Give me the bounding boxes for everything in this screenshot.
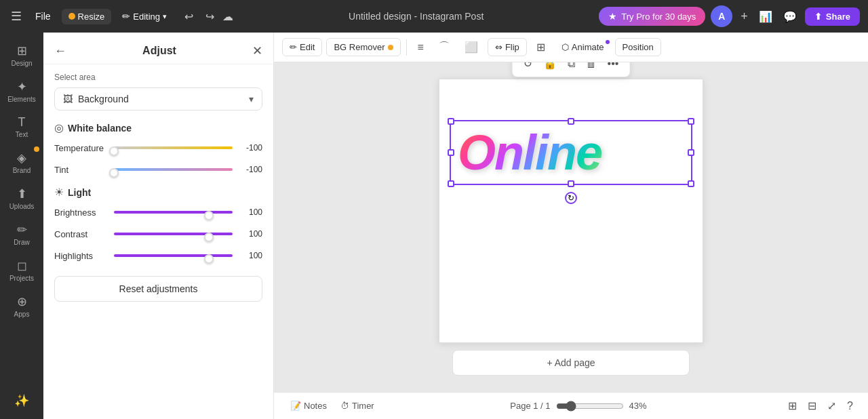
timer-button[interactable]: ⏱ Timer xyxy=(335,398,380,414)
sidebar-item-uploads[interactable]: ⬆ Uploads xyxy=(3,181,41,216)
share-label: Share xyxy=(826,12,850,22)
bottom-bar: 📝 Notes ⏱ Timer Page 1 / 1 43% ⊞ ⊟ xyxy=(274,392,868,419)
editing-button[interactable]: ✏ Editing ▾ xyxy=(117,8,172,24)
file-button[interactable]: File xyxy=(30,8,56,24)
position-button[interactable]: Position xyxy=(615,38,661,56)
edit-button[interactable]: ✏ Edit xyxy=(282,38,322,56)
checkerboard-icon[interactable]: ⊞ xyxy=(531,37,551,57)
text-element-selected[interactable]: ↻ Online xyxy=(450,120,692,185)
animate-button[interactable]: ⬡ Animate xyxy=(555,39,611,56)
cloud-save-icon[interactable]: ☁ xyxy=(222,10,233,23)
corner-radius-icon[interactable]: ⌒ xyxy=(433,37,455,58)
brightness-label: Brightness xyxy=(54,207,108,218)
temperature-thumb[interactable] xyxy=(109,146,119,156)
canvas-background[interactable]: ↺ 🔒 ⧉ 🗑 ••• xyxy=(439,79,703,343)
selection-handle-bc[interactable] xyxy=(568,180,574,187)
tint-thumb[interactable] xyxy=(109,168,119,178)
sidebar-item-label: Text xyxy=(16,131,28,138)
copy-icon[interactable]: ⧉ xyxy=(564,62,579,73)
help-icon[interactable]: ? xyxy=(843,397,857,415)
sidebar-item-apps[interactable]: ⊕ Apps xyxy=(3,289,41,323)
timer-label: Timer xyxy=(352,401,374,411)
redo-button[interactable]: ↪ xyxy=(201,7,218,26)
sidebar-item-magic[interactable]: ✨ xyxy=(3,388,41,414)
contrast-thumb[interactable] xyxy=(204,233,214,242)
avatar[interactable]: A xyxy=(711,5,732,27)
image-icon: 🖼 xyxy=(63,94,73,104)
topbar-left: ☰ File Resize ✏ Editing ▾ ↩ ↪ ☁ xyxy=(8,6,233,26)
selection-handle-mr[interactable] xyxy=(688,149,694,156)
close-button[interactable]: ✕ xyxy=(252,43,262,58)
flip-button[interactable]: ⇔ Flip xyxy=(488,38,527,56)
expand-icon[interactable]: ⤢ xyxy=(689,62,703,63)
notes-button[interactable]: 📝 Notes xyxy=(285,398,332,414)
flip-label: Flip xyxy=(505,42,519,52)
fullscreen-icon[interactable]: ⤢ xyxy=(823,397,840,415)
tint-slider[interactable] xyxy=(114,163,233,176)
duplicate-icon[interactable]: ⧉ xyxy=(671,62,684,63)
highlights-thumb[interactable] xyxy=(204,254,214,264)
contrast-track xyxy=(114,233,233,235)
bg-remover-button[interactable]: BG Remover xyxy=(326,38,400,56)
canvas-viewport[interactable]: 🔒 ⧉ ⤢ ↺ 🔒 ⧉ 🗑 ••• xyxy=(274,62,868,392)
add-page-button[interactable]: + Add page xyxy=(452,350,690,376)
selection-handle-bl[interactable] xyxy=(448,180,454,187)
zoom-slider[interactable] xyxy=(556,401,624,412)
try-pro-button[interactable]: ★ Try Pro for 30 days xyxy=(599,7,705,26)
select-area-group: Select area 🖼 Background ▾ xyxy=(54,73,262,111)
brightness-value: 100 xyxy=(238,207,262,217)
bottom-center: Page 1 / 1 43% xyxy=(380,401,784,412)
edit-icon: ✏ xyxy=(290,42,297,52)
chevron-down-icon: ▾ xyxy=(163,12,167,21)
contrast-row: Contrast 100 xyxy=(54,227,262,241)
sidebar-item-text[interactable]: T Text xyxy=(3,110,41,144)
white-balance-icon: ◎ xyxy=(54,121,64,134)
highlights-slider[interactable] xyxy=(114,249,233,262)
sidebar-item-elements[interactable]: ✦ Elements xyxy=(3,74,41,108)
pencil-icon: ✏ xyxy=(122,11,130,22)
selection-handle-br[interactable] xyxy=(688,180,694,187)
replace-icon[interactable]: ↺ xyxy=(519,62,536,73)
sidebar-item-brand[interactable]: ◈ Brand xyxy=(3,145,41,180)
sidebar-item-label: Uploads xyxy=(9,203,35,210)
topbar-center: Untitled design - Instagram Post xyxy=(239,11,593,22)
delete-icon[interactable]: 🗑 xyxy=(582,62,601,73)
undo-button[interactable]: ↩ xyxy=(180,7,197,26)
add-collaborator-button[interactable]: + xyxy=(738,8,751,25)
topbar: ☰ File Resize ✏ Editing ▾ ↩ ↪ ☁ Untitled… xyxy=(0,0,868,33)
selection-handle-tl[interactable] xyxy=(448,118,454,125)
selection-handle-tc[interactable] xyxy=(568,118,574,125)
selection-handle-tr[interactable] xyxy=(688,118,694,125)
main-body: ⊞ Design ✦ Elements T Text ◈ Brand ⬆ Upl… xyxy=(0,33,868,419)
adjust-panel: ← Adjust ✕ Select area 🖼 Background ▾ ◎ xyxy=(43,33,274,419)
share-button[interactable]: ⬆ Share xyxy=(805,7,860,26)
lines-icon[interactable]: ≡ xyxy=(412,38,429,57)
sidebar-item-projects[interactable]: ◻ Projects xyxy=(3,253,41,287)
brightness-slider[interactable] xyxy=(114,205,233,219)
thumbnail-view-icon[interactable]: ⊟ xyxy=(804,397,821,415)
lock-icon[interactable]: 🔒 xyxy=(646,62,665,63)
crop-icon[interactable]: ⬜ xyxy=(459,37,484,57)
draw-icon: ✏ xyxy=(17,222,27,237)
reset-adjustments-button[interactable]: Reset adjustments xyxy=(54,276,262,302)
notes-label: Notes xyxy=(304,401,327,411)
grid-view-icon[interactable]: ⊞ xyxy=(784,397,801,415)
menu-icon[interactable]: ☰ xyxy=(8,6,24,26)
rotate-handle[interactable]: ↻ xyxy=(565,192,577,204)
contrast-slider[interactable] xyxy=(114,227,233,241)
background-dropdown[interactable]: 🖼 Background ▾ xyxy=(54,87,262,111)
sidebar-item-label: Projects xyxy=(9,275,34,282)
sidebar-item-design[interactable]: ⊞ Design xyxy=(3,38,41,73)
back-button[interactable]: ← xyxy=(54,44,66,58)
comments-icon[interactable]: 💬 xyxy=(781,7,800,26)
more-options-icon[interactable]: ••• xyxy=(604,62,623,73)
resize-button[interactable]: Resize xyxy=(62,9,112,24)
selection-handle-ml[interactable] xyxy=(448,149,454,156)
temperature-slider[interactable] xyxy=(114,141,233,155)
analytics-icon[interactable]: 📊 xyxy=(756,7,775,26)
sidebar: ⊞ Design ✦ Elements T Text ◈ Brand ⬆ Upl… xyxy=(0,33,43,419)
flip-icon: ⇔ xyxy=(495,42,502,52)
brightness-thumb[interactable] xyxy=(204,211,214,220)
sidebar-item-draw[interactable]: ✏ Draw xyxy=(3,217,41,252)
lock-sel-icon[interactable]: 🔒 xyxy=(539,62,561,73)
